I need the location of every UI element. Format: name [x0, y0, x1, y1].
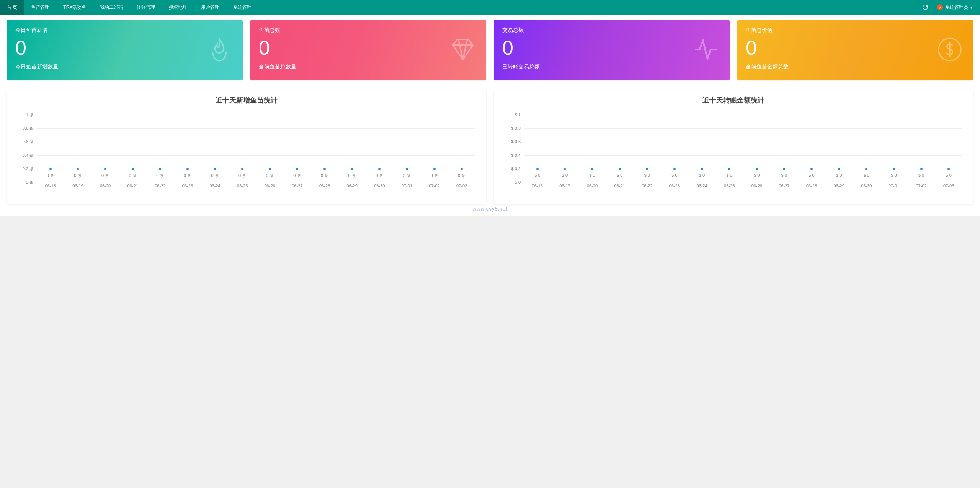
data-point: [269, 168, 271, 170]
x-tick: 0 条06-21: [119, 182, 147, 195]
stat-desc: 当前鱼苗金额总数: [746, 63, 965, 70]
x-category: 06-29: [338, 184, 366, 188]
point-label: $ 0: [864, 173, 869, 177]
data-point: [241, 168, 243, 170]
point-label: $ 0: [918, 173, 924, 177]
point-label: $ 0: [671, 173, 677, 177]
data-point: [838, 168, 840, 170]
data-point: [564, 168, 566, 170]
x-category: 07-02: [421, 184, 448, 188]
point-label: 0 条: [321, 173, 328, 179]
stat-value: 0: [15, 36, 234, 60]
point-label: $ 0: [534, 173, 540, 177]
nav-item-5[interactable]: 授权地址: [162, 0, 194, 15]
x-category: 06-21: [119, 184, 147, 188]
x-tick: 0 条07-03: [448, 182, 475, 195]
x-category: 06-26: [256, 184, 284, 188]
y-tick: $ 0.2: [511, 166, 521, 171]
x-category: 06-23: [174, 184, 201, 188]
x-category: 07-03: [448, 184, 475, 188]
nav-item-4[interactable]: 转账管理: [130, 0, 162, 15]
x-category: 06-27: [771, 184, 798, 188]
user-label: 系统管理员: [945, 4, 968, 11]
data-point: [296, 168, 298, 170]
x-tick: $ 006-30: [853, 182, 880, 195]
stat-title: 鱼苗总价值: [746, 27, 965, 34]
x-category: 06-24: [688, 184, 716, 188]
x-category: 06-19: [551, 184, 579, 188]
stat-desc: 已转账交易总额: [502, 63, 721, 70]
data-point: [756, 168, 758, 170]
x-tick: $ 006-27: [771, 182, 798, 195]
nav-item-7[interactable]: 系统管理: [226, 0, 258, 15]
x-tick: $ 007-02: [908, 182, 935, 195]
x-category: 06-26: [743, 184, 771, 188]
point-label: $ 0: [754, 173, 760, 177]
x-category: 06-18: [37, 184, 64, 188]
data-point: [783, 168, 785, 170]
point-label: 0 条: [211, 173, 219, 179]
x-category: 06-29: [825, 184, 853, 188]
x-axis: 0 条06-180 条06-190 条06-200 条06-210 条06-22…: [37, 182, 475, 195]
chevron-down-icon: ▾: [970, 5, 972, 10]
x-category: 07-01: [880, 184, 908, 188]
y-tick: $ 0.6: [511, 139, 521, 144]
stat-card-3[interactable]: 鱼苗总价值0当前鱼苗金额总数: [737, 20, 973, 80]
x-tick: $ 006-19: [551, 182, 579, 195]
data-point: [810, 168, 813, 170]
x-category: 06-30: [366, 184, 394, 188]
x-tick: $ 006-23: [661, 182, 688, 195]
data-point: [865, 168, 867, 170]
stat-card-0[interactable]: 今日鱼苗新增0今日鱼苗新增数量: [7, 20, 243, 80]
x-category: 06-21: [606, 184, 634, 188]
pulse-icon: [693, 36, 720, 64]
user-menu[interactable]: V 系统管理员 ▾: [932, 4, 977, 11]
x-axis: $ 006-18$ 006-19$ 006-20$ 006-21$ 006-22…: [524, 182, 962, 195]
x-category: 07-03: [935, 184, 962, 188]
x-tick: 0 条06-23: [174, 182, 201, 195]
data-point: [159, 168, 161, 170]
x-tick: $ 007-03: [935, 182, 962, 195]
stat-value: 0: [502, 36, 721, 60]
nav-item-0[interactable]: 首 页: [0, 0, 24, 15]
point-label: 0 条: [184, 173, 191, 179]
stat-value: 0: [259, 36, 478, 60]
data-point: [351, 168, 353, 170]
x-tick: 0 条06-19: [64, 182, 92, 195]
data-point: [323, 168, 326, 170]
x-tick: 0 条06-27: [284, 182, 311, 195]
nav-item-1[interactable]: 鱼苗管理: [24, 0, 56, 15]
chart-panel-0: 近十天新增鱼苗统计1 条0.8 条0.6 条0.4 条0.2 条0 条0 条06…: [7, 89, 486, 204]
nav-item-3[interactable]: 我的二维码: [93, 0, 130, 15]
x-category: 06-23: [661, 184, 688, 188]
data-point: [701, 168, 703, 170]
stat-card-1[interactable]: 鱼苗总数0当前鱼苗总数量: [250, 20, 486, 80]
data-point: [104, 168, 106, 170]
x-category: 06-30: [853, 184, 880, 188]
data-point: [591, 168, 593, 170]
x-tick: 0 条06-22: [147, 182, 174, 195]
x-category: 06-20: [578, 184, 606, 188]
chart-title: 近十天转账金额统计: [497, 96, 970, 105]
data-point: [461, 168, 463, 170]
refresh-button[interactable]: [918, 0, 932, 15]
x-tick: 0 条06-28: [311, 182, 338, 195]
stat-card-2[interactable]: 交易总额0已转账交易总额: [494, 20, 730, 80]
nav-item-2[interactable]: TRX活动鱼: [56, 0, 93, 15]
top-navbar: 首 页鱼苗管理TRX活动鱼我的二维码转账管理授权地址用户管理系统管理 V 系统管…: [0, 0, 980, 15]
x-category: 06-28: [798, 184, 825, 188]
data-point: [433, 168, 436, 170]
x-tick: 0 条06-25: [229, 182, 256, 195]
point-label: $ 0: [781, 173, 787, 177]
data-point: [893, 168, 895, 170]
nav-item-6[interactable]: 用户管理: [194, 0, 226, 15]
content: 今日鱼苗新增0今日鱼苗新增数量鱼苗总数0当前鱼苗总数量交易总额0已转账交易总额鱼…: [0, 15, 980, 216]
x-category: 06-22: [147, 184, 174, 188]
point-label: $ 0: [727, 173, 732, 177]
x-category: 06-18: [524, 184, 551, 188]
data-point: [378, 168, 381, 170]
x-tick: 0 条06-24: [201, 182, 229, 195]
data-point: [536, 168, 539, 170]
point-label: 0 条: [47, 173, 54, 179]
point-label: $ 0: [589, 173, 595, 177]
